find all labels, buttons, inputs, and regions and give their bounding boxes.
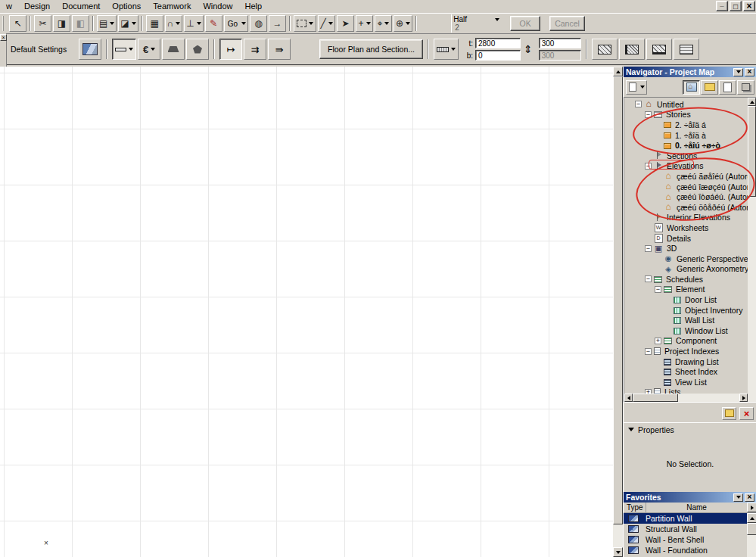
favorites-menu-button[interactable]: [733, 493, 743, 502]
tree-item-project-indexes[interactable]: −Project Indexes: [633, 346, 748, 356]
tree-item-sections[interactable]: Sections: [633, 151, 748, 161]
globe-button[interactable]: ◍: [250, 15, 267, 32]
tab-publisher[interactable]: [737, 80, 754, 95]
menu-design[interactable]: Design: [18, 1, 56, 12]
tree-item-story-1[interactable]: 1. ÷åîä à: [633, 130, 748, 141]
line-tool-button[interactable]: ╱: [318, 15, 335, 32]
favorite-wall-foundation[interactable]: Wall - Foundation: [624, 545, 747, 555]
tree-item-generic-perspective[interactable]: Generic Perspective: [633, 254, 748, 264]
tab-project-map[interactable]: [683, 80, 700, 95]
tree-item-generic-axonometry[interactable]: Generic Axonometry: [633, 264, 748, 275]
wall-structure-composite-button[interactable]: [619, 39, 645, 60]
bottom-offset-input[interactable]: [475, 50, 521, 61]
scroll-down-button[interactable]: [613, 547, 623, 557]
menu-document[interactable]: Document: [56, 1, 106, 12]
favorite-wall-bent-shell[interactable]: Wall - Bent Shell: [624, 534, 747, 545]
wall-structure-profile-button[interactable]: [646, 39, 672, 60]
tree-item-wall-list[interactable]: Wall List: [633, 315, 748, 325]
arrow-tool-button[interactable]: ➤: [337, 15, 354, 32]
palette-close-button[interactable]: [0, 34, 7, 41]
tree-item-sheet-index[interactable]: Sheet Index: [633, 366, 748, 377]
favorites-scrollbar[interactable]: [747, 513, 756, 557]
collapse-box[interactable]: −: [635, 101, 642, 107]
tree-item-drawing-list[interactable]: Drawing List: [633, 356, 748, 367]
navigator-settings-button[interactable]: [722, 407, 736, 420]
scroll-right-button[interactable]: [739, 394, 748, 402]
tree-item-3d[interactable]: −3D: [633, 243, 748, 254]
menu-options[interactable]: Options: [106, 1, 147, 12]
refline-center-button[interactable]: [244, 39, 266, 60]
favorites-scroll-right-button[interactable]: [747, 503, 756, 512]
copy-button[interactable]: ◨: [53, 15, 70, 32]
gravity-button[interactable]: ⊥: [184, 15, 203, 32]
geometry-straight-button[interactable]: [112, 39, 136, 60]
cancel-button[interactable]: Cancel: [549, 16, 585, 31]
scale-control[interactable]: Half2: [451, 14, 501, 33]
collapse-box[interactable]: −: [655, 286, 661, 293]
tree-vertical-scrollbar[interactable]: [748, 98, 756, 402]
wall-top-view-button[interactable]: [434, 39, 459, 60]
paste-button[interactable]: ◧: [72, 15, 89, 32]
collapse-box[interactable]: −: [645, 348, 652, 355]
navigator-close-button[interactable]: [745, 68, 754, 76]
favorite-partition-wall[interactable]: Partition Wall: [624, 513, 747, 524]
navigator-menu-button[interactable]: [733, 68, 743, 76]
close-button[interactable]: [743, 1, 755, 11]
top-offset-input[interactable]: [475, 38, 521, 48]
navigator-delete-button[interactable]: [739, 407, 754, 420]
minimize-button[interactable]: [716, 1, 728, 11]
geometry-trapezoid-button[interactable]: [162, 39, 185, 60]
tree-item-story-0[interactable]: 0. ÷åîú ÷ø÷ò: [633, 140, 748, 151]
marquee-button[interactable]: [294, 15, 316, 32]
canvas-vertical-scrollbar[interactable]: [613, 67, 623, 557]
tree-item-schedules[interactable]: −Schedules: [633, 274, 748, 285]
expand-box[interactable]: +: [655, 338, 661, 344]
tree-item-view-list[interactable]: View List: [633, 377, 748, 387]
scrollbar-thumb[interactable]: [613, 76, 623, 524]
cut-button[interactable]: ✂: [34, 15, 51, 32]
tree-item-worksheets[interactable]: Worksheets: [633, 222, 748, 233]
tree-item-elevation-north[interactable]: çæéú öôåðéú (Autorel: [633, 202, 748, 213]
tree-item-elevation-east[interactable]: çæéú îæøçéú (Autoret: [633, 182, 748, 192]
tree-item-elevations[interactable]: −Elevations: [633, 161, 748, 172]
collapse-box[interactable]: −: [645, 163, 652, 170]
snap-magnet-button[interactable]: ∩: [165, 15, 183, 32]
tab-layout-book[interactable]: [719, 80, 736, 95]
wall-settings-button[interactable]: [79, 39, 101, 60]
tree-item-elevation-west[interactable]: çæéú îòøáéú. (Autoret: [633, 191, 748, 202]
selection-options-button[interactable]: ◪: [118, 15, 138, 32]
floor-plan-section-button[interactable]: Floor Plan and Section...: [319, 39, 423, 59]
properties-header[interactable]: Properties: [624, 422, 756, 436]
add-tool-button[interactable]: +: [356, 15, 373, 32]
wall-thickness-input[interactable]: [539, 38, 581, 48]
maximize-button[interactable]: [730, 1, 742, 11]
pan-tool-button[interactable]: ⊕: [394, 15, 412, 32]
scrollbar-thumb[interactable]: [748, 106, 756, 197]
tree-item-elevation-south[interactable]: çæéú ãøåîéú (Autoreb: [633, 171, 748, 182]
collapse-box[interactable]: −: [645, 245, 652, 252]
collapse-box[interactable]: −: [645, 111, 652, 118]
navigate-button[interactable]: →: [269, 15, 286, 32]
menu-window[interactable]: Window: [197, 1, 238, 12]
geometry-polygon-button[interactable]: [186, 39, 209, 60]
favorites-close-button[interactable]: [745, 493, 754, 502]
refline-right-button[interactable]: [268, 39, 291, 60]
menu-help[interactable]: Help: [239, 1, 269, 12]
menu-w[interactable]: w: [0, 1, 18, 12]
select-arrow-button[interactable]: ↖: [9, 15, 26, 32]
tree-item-component[interactable]: +Component: [633, 336, 748, 347]
tree-item-stories[interactable]: −Stories: [633, 110, 748, 120]
default-settings-button[interactable]: Default Settings: [9, 45, 77, 54]
tree-item-story-2[interactable]: 2. ÷åîä á: [633, 120, 748, 130]
go-to-button[interactable]: Go: [224, 15, 248, 32]
tree-item-interior-elevations[interactable]: Interior Elevations: [633, 213, 748, 223]
ok-button[interactable]: OK: [510, 16, 540, 31]
tree-item-object-inventory[interactable]: Object Inventory: [633, 305, 748, 316]
tree-horizontal-scrollbar[interactable]: [624, 394, 748, 402]
pen-tool-button[interactable]: ✎: [205, 15, 222, 32]
scroll-left-button[interactable]: [624, 394, 633, 402]
scroll-up-button[interactable]: [747, 513, 756, 523]
zoom-tool-button[interactable]: ⌖: [375, 15, 392, 32]
tree-item-untitled[interactable]: −Untitled: [633, 99, 748, 110]
scroll-up-button[interactable]: [613, 67, 623, 76]
